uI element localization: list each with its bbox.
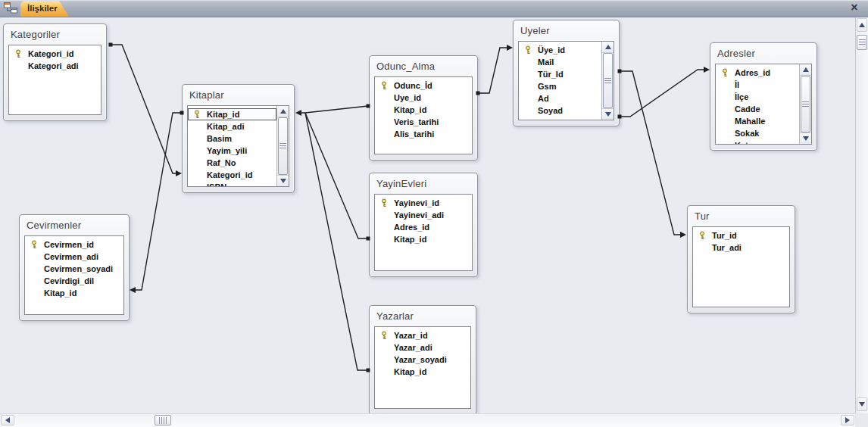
key-gutter [720, 92, 730, 101]
field-label: Gsm [538, 82, 556, 91]
table-scrollbar[interactable] [601, 42, 614, 120]
field-Gsm[interactable]: Gsm [519, 80, 601, 92]
table-title[interactable]: Cevirmenler [20, 215, 129, 235]
relationship-YayinEvleri-Kitaplar[interactable] [305, 113, 368, 238]
table-scrollbar[interactable] [276, 106, 289, 186]
field-Kitap_id[interactable]: Kitap_id [375, 366, 470, 378]
table-title[interactable]: Tur [688, 206, 795, 226]
relationship-OduncAlma-Uyeler[interactable] [478, 48, 510, 93]
field-Alis_tarihi[interactable]: Alis_tarihi [375, 128, 472, 140]
scroll-up-button[interactable] [800, 64, 811, 76]
field-Mail[interactable]: Mail [519, 56, 601, 68]
field-Kitap_id[interactable]: Kitap_id [375, 233, 472, 245]
field-Sokak[interactable]: Sokak [716, 127, 799, 139]
field-Adres_id[interactable]: Adres_id [716, 67, 799, 79]
field-list: Üye_idMailTür_IdGsmAdSoyadAdres_Id [518, 41, 614, 120]
scroll-up-button[interactable] [857, 18, 867, 32]
table-Uyeler[interactable]: UyelerÜye_idMailTür_IdGsmAdSoyadAdres_Id [513, 20, 620, 126]
field-Kitap_id[interactable]: Kitap_id [375, 104, 472, 116]
field-Tur_id[interactable]: Tur_id [693, 229, 789, 242]
field-Soyad[interactable]: Soyad [519, 104, 601, 117]
table-title[interactable]: Kitaplar [183, 85, 294, 105]
relationships-canvas[interactable]: KategorilerKategori_idKategori_adiKitapl… [0, 17, 855, 413]
horizontal-scrollbar[interactable] [0, 413, 855, 427]
field-Adres_Id[interactable]: Adres_Id [519, 117, 601, 120]
field-Kategori_adi[interactable]: Kategori_adi [9, 60, 101, 72]
field-Kitap_id[interactable]: Kitap_id [25, 287, 123, 299]
field-İl[interactable]: İl [716, 79, 799, 91]
field-Mahalle[interactable]: Mahalle [716, 115, 799, 127]
field-Yazar_adi[interactable]: Yazar_adi [375, 341, 470, 354]
field-list: Yayinevi_idYayinevi_adiAdres_idKitap_id [374, 194, 473, 271]
field-Kategori_id[interactable]: Kategori_id [9, 48, 101, 60]
field-Cevirmen_soyadi[interactable]: Cevirmen_soyadi [25, 263, 123, 275]
field-Tür_Id[interactable]: Tür_Id [519, 68, 601, 80]
field-Yayim_yili[interactable]: Yayim_yili [188, 145, 276, 157]
field-Kitap_adi[interactable]: Kitap_adi [188, 120, 276, 132]
scroll-down-button[interactable] [602, 108, 614, 120]
scroll-left-button[interactable] [1, 415, 14, 425]
scroll-right-button[interactable] [841, 415, 854, 425]
vertical-scrollbar[interactable] [855, 17, 868, 413]
field-Kitap_id[interactable]: Kitap_id [188, 108, 276, 120]
scroll-up-button[interactable] [277, 106, 289, 117]
primary-key-icon [379, 198, 389, 207]
table-YayinEvleri[interactable]: YayinEvleriYayinevi_idYayinevi_adiAdres_… [369, 173, 478, 277]
field-Cevirmen_adi[interactable]: Cevirmen_adi [25, 251, 123, 263]
field-Raf_No[interactable]: Raf_No [188, 157, 276, 169]
field-Üye_id[interactable]: Üye_id [519, 44, 601, 56]
key-gutter [720, 117, 730, 126]
table-Kitaplar[interactable]: KitaplarKitap_idKitap_adiBasimYayim_yili… [182, 84, 295, 193]
table-Cevirmenler[interactable]: CevirmenlerCevirmen_idCevirmen_adiCevirm… [19, 214, 130, 321]
relationship-Kategoriler-Kitaplar[interactable] [111, 45, 180, 173]
table-title[interactable]: Kategoriler [4, 24, 106, 45]
field-Yayinevi_adi[interactable]: Yayinevi_adi [375, 209, 472, 221]
key-gutter [379, 117, 389, 126]
tab-iliskiler[interactable]: İlişkiler [20, 1, 69, 17]
field-Uye_id[interactable]: Uye_id [375, 92, 472, 104]
field-Odunc_İd[interactable]: Odunc_İd [375, 79, 472, 92]
close-icon[interactable]: × [848, 0, 861, 15]
field-label: Kitap_adi [207, 122, 245, 131]
table-title[interactable]: YayinEvleri [370, 173, 477, 194]
field-Ad[interactable]: Ad [519, 92, 601, 104]
relationship-Yazarlar-Kitaplar[interactable] [305, 113, 368, 370]
table-title[interactable]: Uyeler [514, 20, 619, 41]
relationship-Uyeler-Tur[interactable] [620, 71, 684, 235]
table-scrollbar[interactable] [799, 64, 811, 144]
field-Cadde[interactable]: Cadde [716, 103, 799, 115]
table-title[interactable]: Yazarlar [370, 306, 476, 326]
relationship-OduncAlma-Kitaplar[interactable] [298, 106, 368, 113]
relationship-Kitaplar-Cevirmenler[interactable] [132, 113, 182, 290]
field-İlçe[interactable]: İlçe [716, 91, 799, 103]
scroll-down-button[interactable] [800, 132, 811, 144]
table-Yazarlar[interactable]: YazarlarYazar_idYazar_adiYazar_soyadiKit… [369, 305, 476, 413]
scroll-thumb[interactable] [603, 53, 613, 108]
field-Yazar_id[interactable]: Yazar_id [375, 329, 470, 341]
table-Tur[interactable]: TurTur_idTur_adi [687, 205, 795, 313]
table-title[interactable]: Adresler [710, 43, 816, 64]
scroll-down-button[interactable] [857, 397, 867, 411]
relationship-Uyeler-Adresler[interactable] [620, 70, 707, 117]
field-ISBN[interactable]: ISBN [188, 181, 276, 187]
table-Adresler[interactable]: AdreslerAdres_idİlİlçeCaddeMahalleSokakK… [710, 42, 817, 151]
horizontal-scroll-thumb[interactable] [155, 415, 171, 425]
scroll-thumb[interactable] [801, 76, 810, 132]
field-Kategori_id[interactable]: Kategori_id [188, 169, 276, 181]
field-Adres_id[interactable]: Adres_id [375, 221, 472, 233]
scroll-up-button[interactable] [602, 42, 614, 53]
field-Yayinevi_id[interactable]: Yayinevi_id [375, 197, 472, 209]
field-Veris_tarihi[interactable]: Veris_tarihi [375, 116, 472, 128]
field-Yazar_soyadi[interactable]: Yazar_soyadi [375, 354, 470, 366]
field-Basim[interactable]: Basim [188, 132, 276, 145]
scroll-down-button[interactable] [277, 175, 289, 186]
table-title[interactable]: Odunc_Alma [370, 56, 477, 76]
field-Cevirmen_id[interactable]: Cevirmen_id [25, 238, 123, 251]
vertical-scroll-thumb[interactable] [857, 35, 867, 50]
table-Kategoriler[interactable]: KategorilerKategori_idKategori_adi [3, 23, 107, 121]
table-Odunc_Alma[interactable]: Odunc_AlmaOdunc_İdUye_idKitap_idVeris_ta… [369, 55, 478, 161]
field-Cevirdigi_dil[interactable]: Cevirdigi_dil [25, 275, 123, 287]
field-Tur_adi[interactable]: Tur_adi [693, 242, 789, 254]
scroll-thumb[interactable] [278, 117, 288, 175]
field-Kat[interactable]: Kat [716, 139, 799, 145]
